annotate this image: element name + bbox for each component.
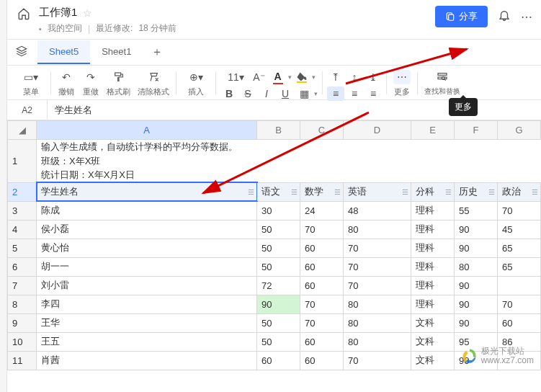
cell-e[interactable]: 理科 xyxy=(411,276,455,295)
bold-icon[interactable]: B xyxy=(220,86,238,101)
col-header-E[interactable]: E xyxy=(411,121,455,140)
cell-b[interactable]: 60 xyxy=(257,351,300,370)
cell-e[interactable]: 理科 xyxy=(411,239,455,257)
more-menu-icon[interactable]: ⋯ xyxy=(521,10,532,24)
cell-g[interactable]: 70 xyxy=(498,201,541,220)
tab-sheet1[interactable]: Sheet1 xyxy=(90,40,143,64)
valign-top-icon[interactable]: ⤒ xyxy=(327,70,344,84)
font-color-icon[interactable]: A xyxy=(269,70,287,84)
filter-icon[interactable]: ☰ xyxy=(248,188,254,196)
row-header-10[interactable]: 10 xyxy=(8,332,37,351)
cell-name[interactable]: 陈成 xyxy=(37,201,257,220)
cell-C2[interactable]: 数学☰ xyxy=(300,182,344,201)
notifications-icon[interactable] xyxy=(498,9,511,24)
cell-c[interactable]: 70 xyxy=(300,295,344,313)
cell-e[interactable]: 理科 xyxy=(411,201,455,220)
filter-icon[interactable]: ☰ xyxy=(334,188,341,196)
star-icon[interactable]: ☆ xyxy=(83,7,92,19)
cell-b[interactable]: 50 xyxy=(257,220,300,239)
filter-icon[interactable]: ☰ xyxy=(291,188,298,196)
cell-f[interactable]: 90 xyxy=(455,295,498,313)
row-header-9[interactable]: 9 xyxy=(8,313,37,332)
cell-c[interactable]: 60 xyxy=(300,239,344,257)
cell-name[interactable]: 王华 xyxy=(37,313,257,332)
underline-icon[interactable]: U xyxy=(277,86,294,101)
cell-D2[interactable]: 英语☰ xyxy=(344,182,411,201)
cell-b[interactable]: 30 xyxy=(257,201,300,220)
row-header-11[interactable]: 11 xyxy=(8,351,37,370)
cell-G2[interactable]: 政治☰ xyxy=(498,182,541,201)
row-header-2[interactable]: 2 xyxy=(8,182,37,201)
cell-d[interactable]: 80 xyxy=(344,295,411,313)
cell-g[interactable]: 65 xyxy=(498,257,541,276)
italic-icon[interactable]: I xyxy=(258,86,275,101)
cell-c[interactable]: 70 xyxy=(300,313,344,332)
filter-icon[interactable]: ☰ xyxy=(488,188,495,196)
home-icon[interactable] xyxy=(16,6,32,22)
folder-name[interactable]: 我的空间 xyxy=(48,22,82,35)
cell-c[interactable]: 24 xyxy=(300,201,344,220)
valign-middle-icon[interactable]: ↕ xyxy=(346,70,363,84)
filter-icon[interactable]: ☰ xyxy=(532,188,538,196)
sheets-list-icon[interactable] xyxy=(16,45,27,59)
cell-f[interactable]: 90 xyxy=(455,276,498,295)
clear-format-icon[interactable] xyxy=(140,70,166,84)
cell-B2[interactable]: 语文☰ xyxy=(257,182,300,201)
cell-d[interactable]: 80 xyxy=(344,332,411,351)
font-size-minus-icon[interactable]: A⁻ xyxy=(251,70,268,84)
cell-d[interactable]: 70 xyxy=(344,351,411,370)
cell-b[interactable]: 50 xyxy=(257,239,300,257)
format-painter-icon[interactable] xyxy=(110,70,128,84)
more-button[interactable]: ⋯ xyxy=(393,70,411,84)
cell-d[interactable]: 48 xyxy=(344,201,411,220)
share-button[interactable]: 分享 xyxy=(435,6,488,27)
cell-name[interactable]: 胡一一 xyxy=(37,257,257,276)
cell-name[interactable]: 侯小磊 xyxy=(37,220,257,239)
align-left-icon[interactable]: ≡ xyxy=(327,86,344,101)
cell-A2[interactable]: 学生姓名☰ xyxy=(37,182,257,201)
row-header-8[interactable]: 8 xyxy=(8,295,37,313)
redo-icon[interactable]: ↷ xyxy=(82,70,99,84)
cell-reference[interactable]: A2 xyxy=(7,100,48,120)
cell-b[interactable]: 50 xyxy=(257,313,300,332)
col-header-A[interactable]: A xyxy=(37,121,257,140)
tab-sheet5[interactable]: Sheet5 xyxy=(37,40,90,64)
cell-e[interactable]: 理科 xyxy=(411,257,455,276)
row-header-1[interactable]: 1 xyxy=(8,140,37,183)
font-size-select[interactable]: 11 ▾ xyxy=(223,70,249,84)
cell-e[interactable]: 理科 xyxy=(411,220,455,239)
cell-A1[interactable]: 输入学生成绩，自动统计学科的平均分等数据。 班级：X年X班 统计日期：X年X月X… xyxy=(37,140,542,183)
col-header-G[interactable]: G xyxy=(498,121,541,140)
cell-g[interactable]: 65 xyxy=(498,239,541,257)
cell-d[interactable]: 80 xyxy=(344,220,411,239)
cell-d[interactable]: 70 xyxy=(344,257,411,276)
col-header-C[interactable]: C xyxy=(300,121,344,140)
row-header-6[interactable]: 6 xyxy=(8,257,37,276)
cell-g[interactable]: 45 xyxy=(498,220,541,239)
cell-name[interactable]: 刘小雷 xyxy=(37,276,257,295)
doc-title[interactable]: 工作簿1 xyxy=(39,6,77,19)
spreadsheet-grid[interactable]: ◢ A B C D E F G 1 输入学生成绩，自动统计学科的平均分等数据。 … xyxy=(7,120,541,370)
cell-e[interactable]: 文科 xyxy=(411,351,455,370)
menu-icon[interactable]: ▭▾ xyxy=(18,70,44,84)
cell-name[interactable]: 李四 xyxy=(37,295,257,313)
strike-icon[interactable]: S xyxy=(239,86,256,101)
col-header-B[interactable]: B xyxy=(257,121,300,140)
insert-icon[interactable]: ⊕▾ xyxy=(183,70,209,84)
cell-b[interactable]: 50 xyxy=(257,257,300,276)
cell-name[interactable]: 肖茜 xyxy=(37,351,257,370)
add-sheet-button[interactable]: ＋ xyxy=(143,39,171,66)
cell-e[interactable]: 理科 xyxy=(411,295,455,313)
filter-icon[interactable]: ☰ xyxy=(402,188,408,196)
cell-F2[interactable]: 历史☰ xyxy=(455,182,498,201)
cell-name[interactable]: 黄心怡 xyxy=(37,239,257,257)
cell-e[interactable]: 文科 xyxy=(411,313,455,332)
cell-g[interactable]: 60 xyxy=(498,313,541,332)
cell-e[interactable]: 文科 xyxy=(411,332,455,351)
cell-d[interactable]: 80 xyxy=(344,313,411,332)
fill-color-icon[interactable] xyxy=(293,70,310,84)
cell-b[interactable]: 90 xyxy=(257,295,300,313)
cell-c[interactable]: 60 xyxy=(300,332,344,351)
select-all-corner[interactable]: ◢ xyxy=(8,121,37,140)
cell-f[interactable]: 90 xyxy=(455,239,498,257)
